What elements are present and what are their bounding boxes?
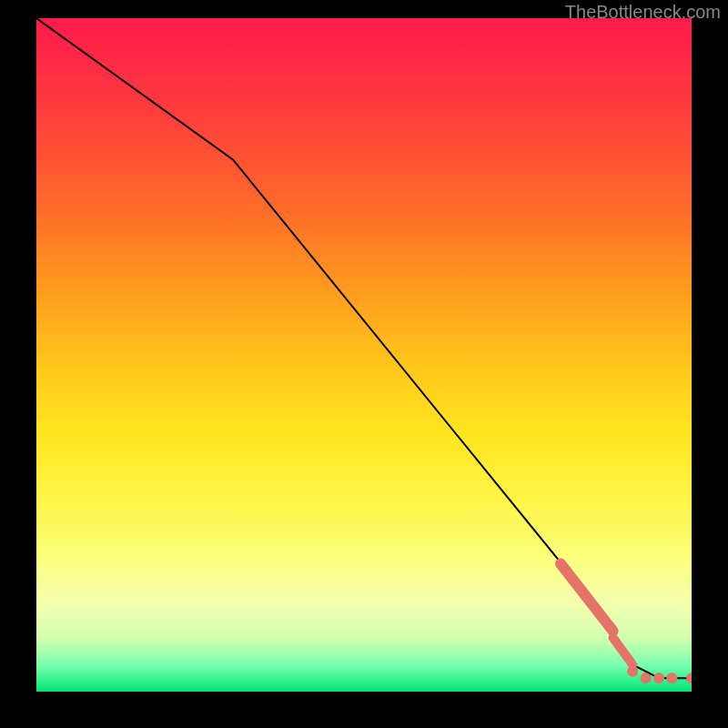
marker-dot — [653, 672, 664, 683]
marker-dot — [641, 672, 652, 683]
chart-overlay — [36, 18, 692, 692]
watermark: TheBottleneck.com — [565, 2, 721, 23]
marker-dot — [686, 672, 692, 683]
marker-run — [613, 638, 633, 665]
chart-container: TheBottleneck.com — [0, 0, 728, 728]
marker-dot — [666, 672, 677, 683]
curve — [36, 18, 692, 678]
marker-run — [561, 563, 613, 631]
marker-dot — [627, 666, 638, 677]
